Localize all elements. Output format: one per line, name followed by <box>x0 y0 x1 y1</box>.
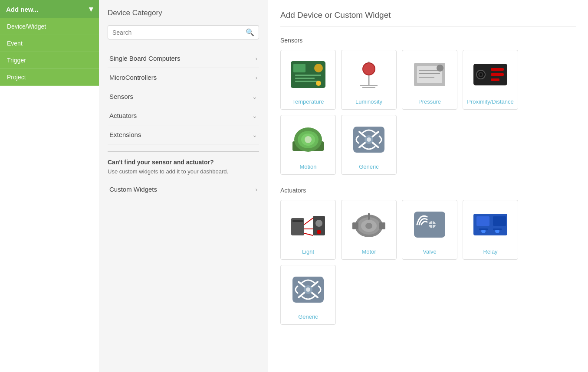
sidebar-item-event[interactable]: Event <box>0 35 99 52</box>
add-device-title: Add Device or Custom Widget <box>280 10 576 26</box>
device-card-generic-actuator[interactable]: Generic <box>280 265 336 325</box>
generic-actuator-image <box>289 274 327 305</box>
search-input[interactable] <box>112 29 246 36</box>
svg-rect-3 <box>295 75 321 76</box>
device-card-proximity[interactable]: Proximity/Distance <box>463 50 518 110</box>
add-device-panel: Add Device or Custom Widget Sensors Te <box>268 0 588 372</box>
sidebar-item-trigger[interactable]: Trigger <box>0 52 99 69</box>
actuators-grid: Light Motor <box>280 200 576 325</box>
chevron-down-icon: ⌄ <box>252 112 257 119</box>
generic-sensor-image <box>350 124 388 155</box>
temperature-label: Temperature <box>292 98 324 105</box>
svg-point-64 <box>306 287 310 292</box>
sensors-section-label: Sensors <box>280 37 576 44</box>
category-item-extensions[interactable]: Extensions ⌄ <box>108 125 259 144</box>
pressure-label: Pressure <box>418 98 441 105</box>
svg-rect-59 <box>493 228 502 230</box>
proximity-label: Proximity/Distance <box>467 98 514 105</box>
device-card-luminosity[interactable]: Luminosity <box>341 50 397 110</box>
search-box: 🔍 <box>108 25 259 39</box>
custom-widgets-item[interactable]: Custom Widgets › <box>108 180 259 199</box>
actuators-section-label: Actuators <box>280 187 576 194</box>
proximity-image <box>471 59 509 90</box>
generic-actuator-label: Generic <box>298 313 318 320</box>
cant-find-text: Use custom widgets to add it to your das… <box>108 168 259 175</box>
chevron-right-icon: › <box>255 186 257 193</box>
valve-label: Valve <box>423 248 437 255</box>
sidebar-item-project[interactable]: Project <box>0 69 99 86</box>
sidebar-item-device-widget[interactable]: Device/Widget <box>0 18 99 35</box>
device-category-panel: Device Category 🔍 Single Board Computers… <box>99 0 268 372</box>
svg-point-8 <box>363 63 375 75</box>
category-item-single-board-computers[interactable]: Single Board Computers › <box>108 49 259 68</box>
sidebar: Add new... ▾ Device/Widget Event Trigger… <box>0 0 99 372</box>
svg-point-40 <box>315 220 322 227</box>
category-item-microcontrollers[interactable]: MicroControllers › <box>108 68 259 87</box>
svg-point-28 <box>305 136 312 143</box>
device-card-motion[interactable]: Motion <box>280 115 336 175</box>
motion-image <box>289 124 327 155</box>
light-label: Light <box>302 248 314 255</box>
device-card-generic-sensor[interactable]: Generic <box>341 115 397 175</box>
svg-rect-23 <box>491 78 499 81</box>
device-card-valve[interactable]: Valve <box>402 200 457 260</box>
svg-rect-48 <box>368 213 370 220</box>
valve-image <box>411 209 449 240</box>
relay-image <box>471 209 509 240</box>
chevron-down-icon: ▾ <box>89 4 93 14</box>
svg-rect-54 <box>476 216 489 226</box>
svg-point-20 <box>480 73 482 76</box>
motor-image <box>350 209 388 240</box>
svg-rect-45 <box>352 222 358 229</box>
svg-line-38 <box>304 233 313 235</box>
add-new-header[interactable]: Add new... ▾ <box>0 0 99 18</box>
generic-sensor-label: Generic <box>359 163 379 170</box>
svg-rect-35 <box>292 220 303 222</box>
svg-rect-5 <box>295 81 319 82</box>
panel-title: Device Category <box>108 9 259 17</box>
device-card-relay[interactable]: Relay <box>463 200 518 260</box>
divider <box>108 151 259 152</box>
svg-rect-22 <box>491 73 504 76</box>
cant-find-title: Can't find your sensor and actuator? <box>108 159 259 166</box>
category-item-sensors[interactable]: Sensors ⌄ <box>108 87 259 106</box>
chevron-down-icon: ⌄ <box>252 93 257 100</box>
svg-rect-21 <box>491 68 504 71</box>
light-image <box>289 209 327 240</box>
svg-rect-1 <box>293 64 305 72</box>
device-card-pressure[interactable]: Pressure <box>402 50 457 110</box>
svg-point-16 <box>437 65 443 72</box>
category-item-actuators[interactable]: Actuators ⌄ <box>108 106 259 125</box>
main-content: Device Category 🔍 Single Board Computers… <box>99 0 588 372</box>
device-card-light[interactable]: Light <box>280 200 336 260</box>
pressure-image <box>411 59 449 90</box>
chevron-down-icon: ⌄ <box>252 131 257 138</box>
svg-rect-55 <box>493 216 506 226</box>
temperature-image <box>289 59 327 90</box>
luminosity-label: Luminosity <box>355 98 382 105</box>
svg-rect-58 <box>479 228 488 230</box>
search-icon: 🔍 <box>246 28 254 36</box>
chevron-right-icon: › <box>255 55 257 62</box>
cant-find-section: Can't find your sensor and actuator? Use… <box>108 159 259 175</box>
add-new-label: Add new... <box>6 6 38 13</box>
relay-label: Relay <box>483 248 497 255</box>
chevron-right-icon: › <box>255 74 257 81</box>
svg-rect-46 <box>379 222 385 229</box>
svg-point-47 <box>365 223 372 229</box>
device-card-motor[interactable]: Motor <box>341 200 397 260</box>
svg-rect-4 <box>295 78 315 79</box>
device-card-temperature[interactable]: Temperature <box>280 50 336 110</box>
svg-point-2 <box>314 64 323 72</box>
motion-label: Motion <box>299 163 316 170</box>
svg-point-41 <box>317 230 321 234</box>
svg-point-6 <box>316 81 321 86</box>
svg-point-33 <box>367 137 371 142</box>
motor-label: Motor <box>361 248 376 255</box>
svg-line-36 <box>304 218 313 225</box>
sensors-grid: Temperature Luminosity <box>280 50 576 175</box>
luminosity-image <box>356 59 382 90</box>
